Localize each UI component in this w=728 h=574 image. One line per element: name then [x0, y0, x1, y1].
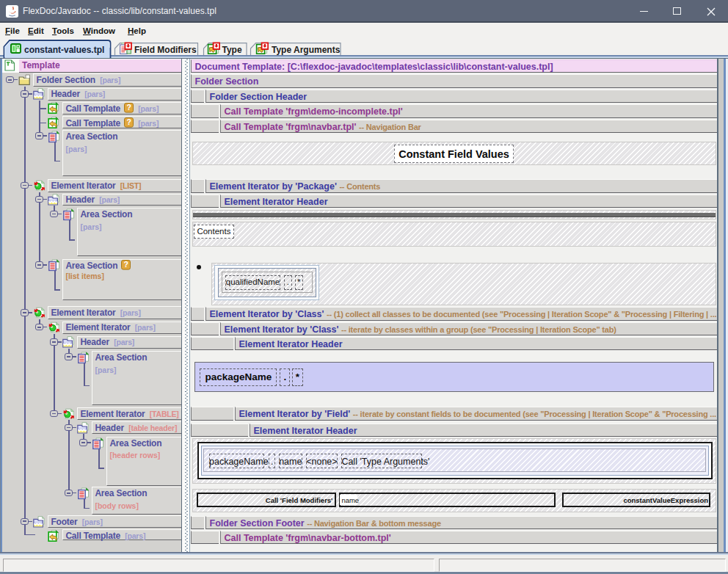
svg-text:?: ?	[126, 103, 131, 112]
svg-text:?: ?	[126, 117, 131, 126]
svg-text:?: ?	[124, 260, 128, 269]
